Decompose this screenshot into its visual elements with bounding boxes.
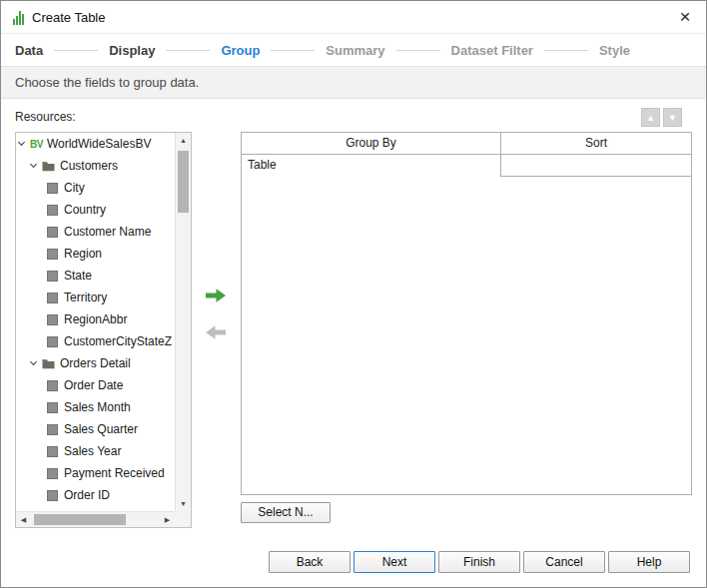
step-connector [271,50,315,51]
scroll-right-button[interactable]: ▶ [160,512,175,527]
folder-icon [42,161,55,172]
step-connector [396,50,440,51]
chevron-down-icon[interactable] [30,161,37,168]
tree-item-label: Sales Year [64,444,121,458]
field-icon [47,227,58,238]
step-summary[interactable]: Summary [326,43,384,58]
tree-item-customer-name[interactable]: Customer Name [16,221,175,243]
field-icon [47,271,58,282]
step-connector [166,50,210,51]
tree-item-territory[interactable]: Territory [16,287,175,308]
tree-item-label: WorldWideSalesBV [47,137,151,151]
scroll-down-button[interactable]: ▼ [176,496,191,511]
wizard-steps: DataDisplayGroupSummaryDataset FilterSty… [15,37,630,63]
tree-item-customercitystatez[interactable]: CustomerCityStateZ [16,330,175,352]
step-group[interactable]: Group [221,43,260,58]
wizard-instruction: Choose the fields to group data. [1,66,706,99]
field-icon [47,468,58,479]
tree-item-orders-detail[interactable]: Orders Detail [16,352,175,374]
cancel-button[interactable]: Cancel [523,551,605,573]
scroll-left-button[interactable]: ◀ [16,512,31,527]
tree-item-country[interactable]: Country [16,199,175,221]
tree-item-order-date[interactable]: Order Date [16,374,175,396]
tree-item-state[interactable]: State [16,265,175,287]
tree-item-label: Order Date [64,378,123,392]
business-view-icon: BV [30,139,43,150]
column-header-group-by: Group By [242,133,501,154]
vertical-scrollbar-thumb[interactable] [178,151,189,213]
tree-root-worldwidesalesbv[interactable]: BVWorldWideSalesBV [16,133,175,155]
title-bar: Create Table × [1,1,706,34]
horizontal-scrollbar[interactable]: ◀ ▶ [16,511,175,527]
tree-item-label: Payment Received [64,466,165,480]
tree-item-payment-received[interactable]: Payment Received [16,462,175,484]
remove-field-arrow-button[interactable] [205,324,229,342]
tree-item-region[interactable]: Region [16,243,175,265]
resources-tree-panel: BVWorldWideSalesBVCustomersCityCountryCu… [15,132,192,528]
scroll-up-button[interactable]: ▲ [176,133,191,148]
group-by-table: Group By Sort Table [241,132,692,495]
step-display[interactable]: Display [109,43,155,58]
group-table-rows: Table [242,155,691,177]
step-data[interactable]: Data [15,43,43,58]
field-icon [47,446,58,457]
column-header-sort: Sort [501,133,691,154]
sort-cell[interactable] [501,155,691,177]
select-n-button[interactable]: Select N... [241,502,331,523]
field-icon [47,402,58,413]
field-icon [47,490,58,501]
help-button[interactable]: Help [608,551,690,573]
back-button[interactable]: Back [269,551,351,573]
add-field-arrow-button[interactable] [205,288,229,305]
vertical-scrollbar[interactable]: ▲ ▼ [175,133,191,511]
field-icon [47,380,58,391]
field-icon [47,205,58,216]
chevron-down-icon[interactable] [30,358,37,365]
tree-item-label: Country [64,203,106,217]
step-connector [544,50,588,51]
move-up-button[interactable]: ▲ [641,108,660,127]
next-button[interactable]: Next [354,551,435,573]
tree-item-sales-quarter[interactable]: Sales Quarter [16,418,175,440]
tree-item-label: Territory [64,291,107,304]
resource-tree-rows: BVWorldWideSalesBVCustomersCityCountryCu… [16,133,175,511]
field-icon [47,424,58,435]
field-icon [47,183,58,194]
move-down-button[interactable]: ▼ [663,108,682,127]
tree-item-label: City [64,181,85,195]
close-icon[interactable]: × [672,4,698,30]
tree-item-label: RegionAbbr [64,312,127,326]
tree-item-label: CustomerCityStateZ [64,334,172,348]
tree-item-label: Customer Name [64,225,151,239]
finish-button[interactable]: Finish [438,551,520,573]
field-icon [47,249,58,260]
dialog-title: Create Table [32,10,105,25]
tree-item-customers[interactable]: Customers [16,155,175,177]
field-icon [47,336,58,347]
bar-chart-icon [13,10,24,25]
group-table-row[interactable]: Table [242,155,691,177]
scrollbar-corner [175,511,191,527]
tree-item-label: Order ID [64,488,110,502]
tree-item-label: Customers [60,159,118,173]
step-dataset-filter[interactable]: Dataset Filter [451,43,533,58]
group-by-cell[interactable]: Table [242,155,501,177]
field-icon [47,314,58,325]
field-icon [47,293,58,303]
tree-item-label: State [64,269,92,283]
group-table-header: Group By Sort [242,133,691,155]
tree-item-city[interactable]: City [16,177,175,199]
step-connector [54,50,98,51]
tree-item-order-id[interactable]: Order ID [16,484,175,506]
tree-item-label: Region [64,247,102,261]
tree-item-regionabbr[interactable]: RegionAbbr [16,308,175,330]
chevron-down-icon[interactable] [18,139,25,146]
horizontal-scrollbar-thumb[interactable] [34,514,126,525]
create-table-dialog: Create Table × DataDisplayGroupSummaryDa… [0,0,707,588]
tree-item-sales-month[interactable]: Sales Month [16,396,175,418]
tree-item-sales-year[interactable]: Sales Year [16,440,175,462]
resources-label: Resources: [15,110,76,124]
step-style[interactable]: Style [599,43,630,58]
tree-item-label: Orders Detail [60,356,131,370]
tree-item-label: Sales Quarter [64,422,138,436]
